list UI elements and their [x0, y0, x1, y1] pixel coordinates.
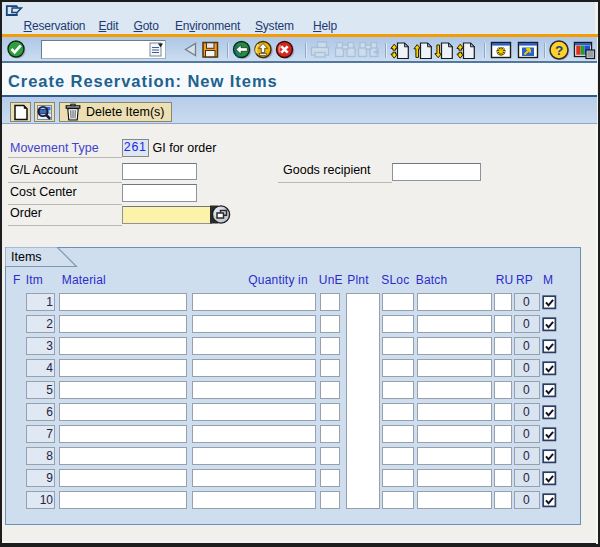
svg-text:?: ? [555, 43, 563, 58]
